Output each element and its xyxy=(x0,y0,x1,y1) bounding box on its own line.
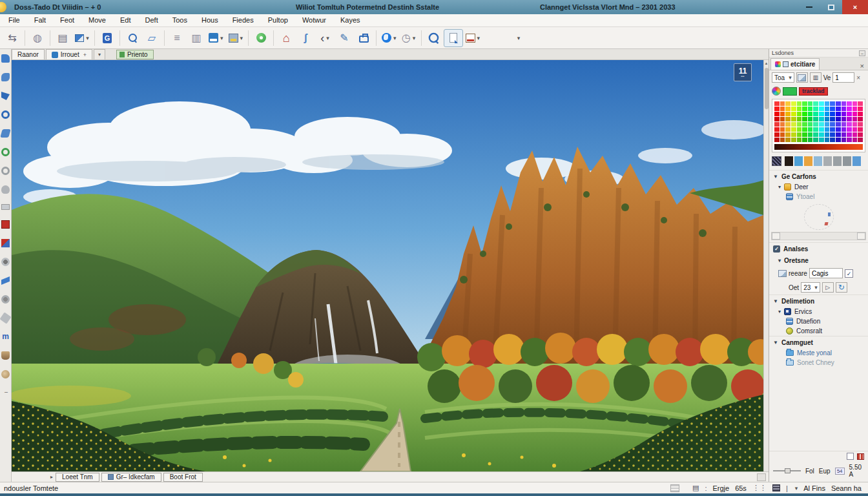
hscroll-corner-button[interactable] xyxy=(757,473,766,481)
recent-swatch[interactable] xyxy=(814,156,822,166)
play-button[interactable]: ▷ xyxy=(822,282,834,293)
save-button[interactable]: ▾ xyxy=(226,29,246,47)
refresh-button[interactable]: ↻ xyxy=(836,282,847,293)
brush-tool-icon[interactable] xyxy=(1,351,10,360)
red-grid-icon[interactable] xyxy=(857,453,864,460)
edit-pen-button[interactable]: ✎ xyxy=(335,29,354,47)
option-button-2[interactable]: ▥ xyxy=(810,72,822,83)
globe-button[interactable]: ▾ xyxy=(379,29,399,47)
undo-redo-button[interactable]: ⇆ xyxy=(3,29,22,47)
tools-more-button[interactable]: – xyxy=(5,389,8,395)
palette-tool-icon[interactable] xyxy=(1,239,10,247)
list-view-button[interactable]: ≡ xyxy=(167,29,187,47)
back-chevron-button[interactable]: ‹▾ xyxy=(315,29,335,47)
zoom-lens-button[interactable] xyxy=(123,29,142,47)
gears-tool-icon[interactable] xyxy=(1,295,10,304)
menu-hous[interactable]: Hous xyxy=(194,14,225,26)
new-item-button[interactable] xyxy=(251,29,271,47)
insert-table-button[interactable]: ▾ xyxy=(463,29,483,47)
eraser-button[interactable]: ▱ xyxy=(142,29,161,47)
dots-grid-icon[interactable]: ⋮⋮ xyxy=(752,484,767,492)
chevron-down-icon[interactable]: ▾ xyxy=(240,35,243,41)
smudge-tool-icon[interactable] xyxy=(1,370,10,378)
status-mid-icon[interactable] xyxy=(670,484,679,492)
menu-feot[interactable]: Feot xyxy=(53,14,81,26)
recent-swatch[interactable] xyxy=(823,156,832,166)
menu-fiedes[interactable]: Fiedes xyxy=(225,14,261,26)
chevron-down-icon[interactable]: ▾ xyxy=(220,35,223,41)
menu-kayes[interactable]: Kayes xyxy=(333,14,367,26)
lasso-tool-icon[interactable] xyxy=(1,73,10,81)
tab-list-dropdown[interactable]: ▾ xyxy=(94,49,105,59)
wreath-tool-icon[interactable] xyxy=(1,148,10,156)
recent-swatch[interactable] xyxy=(804,156,812,166)
mini-hscrollbar[interactable] xyxy=(771,232,866,240)
color-palette-grid[interactable] xyxy=(774,101,863,142)
maximize-button[interactable] xyxy=(820,0,842,14)
select-tool-icon[interactable] xyxy=(1,54,10,63)
swatch-mode-icon[interactable] xyxy=(772,156,781,166)
bottom-tab-2[interactable]: Gr– Idkecfam xyxy=(101,473,161,482)
zoom-overlay-badge[interactable]: 11 ••• xyxy=(734,63,752,81)
recent-swatch[interactable] xyxy=(794,156,803,166)
panel-tab-colors[interactable]: etcitiare xyxy=(770,58,820,70)
mini-scroll-right-button[interactable] xyxy=(857,232,865,240)
chevron-down-icon[interactable]: ▾ xyxy=(86,35,89,41)
tree-item-comsralt[interactable]: Comsralt xyxy=(769,326,868,336)
tree-item-ervics[interactable]: ▾ Ervics xyxy=(769,307,868,316)
chevron-down-icon[interactable]: ▾ xyxy=(326,35,329,41)
curve-tool-icon[interactable] xyxy=(0,129,10,138)
tree-item-meste-yonal[interactable]: Meste yonal xyxy=(769,348,868,358)
stamp-tool-icon[interactable] xyxy=(1,167,10,175)
panel-collapse-button[interactable]: – xyxy=(859,50,865,56)
section-ge-carfons[interactable]: ▼ Ge Carfons xyxy=(769,170,868,182)
zoom-slider[interactable] xyxy=(773,468,801,474)
columns-button[interactable]: ▥ xyxy=(187,29,206,47)
option-button-1[interactable] xyxy=(796,72,808,83)
handle-tool-button[interactable]: ʃ xyxy=(296,29,315,47)
close-button[interactable]: × xyxy=(842,0,868,14)
color-wheel-icon[interactable] xyxy=(772,87,781,96)
expander-icon[interactable]: ▼ xyxy=(773,174,778,180)
gradient-bar[interactable] xyxy=(774,144,863,150)
tab-scroll-left-icon[interactable]: ▸ xyxy=(50,474,53,480)
lightbulb-button[interactable]: ◍ xyxy=(28,29,47,47)
menu-wotwur[interactable]: Wotwur xyxy=(295,14,333,26)
recent-swatch[interactable] xyxy=(852,156,861,166)
clear-value-icon[interactable]: × xyxy=(856,74,860,81)
recent-swatch[interactable] xyxy=(785,156,793,166)
section-oretsne[interactable]: ▾ Oretsne xyxy=(769,254,868,266)
expander-icon[interactable]: ▾ xyxy=(778,258,781,264)
canvas-image[interactable]: 11 ••• xyxy=(12,60,763,471)
scrollbar-thumb[interactable] xyxy=(765,68,769,109)
option-checkbox[interactable] xyxy=(847,453,854,460)
tool-select[interactable]: Toa ▾ xyxy=(772,72,794,83)
more-options-button[interactable]: ▾ xyxy=(508,29,528,47)
expander-icon[interactable]: ▼ xyxy=(773,298,778,304)
ring-tool-icon[interactable] xyxy=(1,110,10,119)
spanner-tool-icon[interactable] xyxy=(0,312,12,324)
page-edit-button[interactable] xyxy=(444,29,463,47)
chevron-down-icon[interactable]: ▾ xyxy=(795,485,798,491)
paste-button[interactable]: G xyxy=(98,29,117,47)
slider-handle[interactable] xyxy=(785,468,790,473)
vertical-scrollbar[interactable]: ▲ xyxy=(763,60,769,471)
badge-tool-icon[interactable] xyxy=(1,220,10,229)
home-button[interactable]: ⌂ xyxy=(276,29,296,47)
expander-icon[interactable]: ▾ xyxy=(778,309,781,315)
chevron-down-icon[interactable]: ▾ xyxy=(477,35,480,41)
cut-tool-icon[interactable] xyxy=(1,92,10,100)
recent-swatch[interactable] xyxy=(833,156,842,166)
tree-item-dtaefion[interactable]: Dtaefion xyxy=(769,316,868,326)
printer-button[interactable]: ▤ xyxy=(53,29,72,47)
dark-grid-icon[interactable] xyxy=(772,484,780,491)
mini-scroll-left-button[interactable] xyxy=(772,232,780,240)
menu-edt[interactable]: Edt xyxy=(113,14,138,26)
engine-label[interactable]: Ergje xyxy=(712,484,729,492)
tree-item-deer[interactable]: ▾ Deer xyxy=(769,182,868,192)
history-button[interactable]: ◷▾ xyxy=(399,29,418,47)
chevron-down-icon[interactable]: ▾ xyxy=(393,35,397,41)
reeare-input[interactable] xyxy=(809,268,843,278)
bottom-tab-1[interactable]: Loeet Tnm xyxy=(56,473,99,482)
document-tab-2[interactable]: Irrouet + xyxy=(46,49,92,59)
